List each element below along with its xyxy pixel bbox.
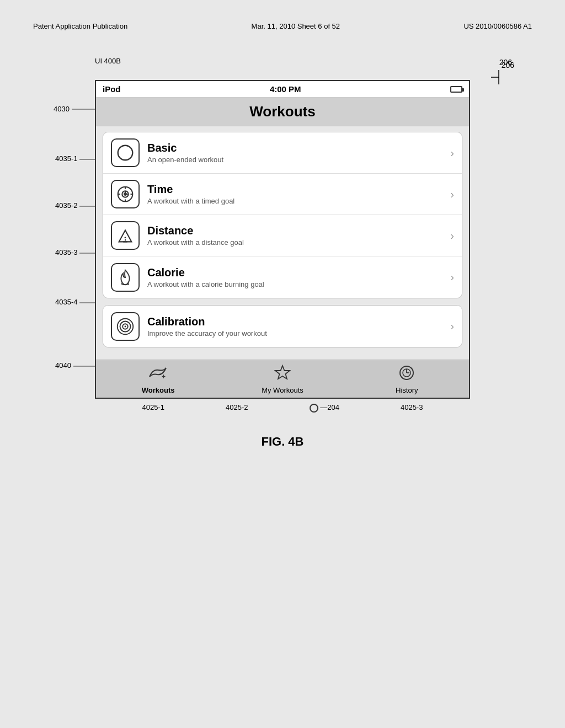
circle-204 [310,404,318,413]
patent-right: US 2010/0060586 A1 [463,22,532,30]
basic-chevron: › [450,147,454,159]
svg-text:+: + [162,373,166,381]
tab-bar: + Workouts My Workouts [96,360,469,398]
calorie-icon [111,263,140,292]
time-subtitle: A workout with a timed goal [147,197,446,205]
device-wrapper: 206 206 4030 4035-1 4035-2 [95,69,470,413]
calibration-icon [111,312,140,341]
calorie-item[interactable]: Calorie A workout with a calorie burning… [103,256,462,298]
calibration-list-group: Calibration Improve the accuracy of your… [103,305,462,347]
tab-workouts-label: Workouts [142,386,175,394]
calibration-text: Calibration Improve the accuracy of your… [147,315,446,338]
distance-chevron: › [450,229,454,242]
svg-point-26 [125,325,126,327]
tab-my-workouts-label: My Workouts [262,386,303,394]
ref-204-area: —204 [310,403,339,413]
star-icon [274,365,291,385]
calorie-subtitle: A workout with a calorie burning goal [147,280,446,288]
device-frame: iPod 4:00 PM Workouts [95,80,470,399]
calorie-title: Calorie [147,266,446,279]
content-area: Basic An open-ended workout › [96,126,469,360]
time-text: Time A workout with a timed goal [147,183,446,205]
basic-text: Basic An open-ended workout [147,142,446,164]
page-title: Workouts [102,103,463,120]
calibration-subtitle: Improve the accuracy of your workout [147,329,446,338]
ui-label: UI 400B [95,57,121,65]
tab-workouts[interactable]: + Workouts [136,365,180,394]
ref-4025-1: 4025-1 [142,403,164,413]
time-title: Time [147,183,446,196]
svg-marker-28 [275,366,290,379]
nike-icon: + [148,365,168,385]
patent-left: Patent Application Publication [33,22,127,30]
calibration-item[interactable]: Calibration Improve the accuracy of your… [103,306,462,347]
ref-4025-3: 4025-3 [401,403,423,413]
distance-title: Distance [147,224,446,237]
tab-history-label: History [396,386,418,394]
battery-icon [450,86,462,93]
patent-center: Mar. 11, 2010 Sheet 6 of 52 [252,22,340,30]
patent-header: Patent Application Publication Mar. 11, … [22,22,543,30]
calibration-chevron: › [450,320,454,333]
calorie-text: Calorie A workout with a calorie burning… [147,266,446,288]
basic-icon [111,138,140,167]
calibration-title: Calibration [147,315,446,328]
distance-text: Distance A workout with a distance goal [147,224,446,247]
basic-item[interactable]: Basic An open-ended workout › [103,132,462,174]
ref-206-bracket [491,69,502,88]
svg-point-18 [124,193,126,195]
time-chevron: › [450,188,454,201]
ref-4025-2: 4025-2 [226,403,248,413]
time-icon [111,180,140,208]
ref-206-text: 206 [499,58,512,67]
status-bar: iPod 4:00 PM [96,81,469,98]
distance-icon [111,221,140,250]
tab-my-workouts[interactable]: My Workouts [260,365,305,394]
history-icon [398,365,415,385]
workout-list-group: Basic An open-ended workout › [103,132,462,298]
calorie-chevron: › [450,271,454,283]
distance-subtitle: A workout with a distance goal [147,238,446,247]
tab-history[interactable]: History [385,365,429,394]
basic-subtitle: An open-ended workout [147,156,446,164]
svg-point-21 [125,237,126,238]
distance-item[interactable]: Distance A workout with a distance goal … [103,215,462,256]
status-time: 4:00 PM [270,84,301,94]
status-brand: iPod [103,84,121,94]
basic-title: Basic [147,142,446,154]
bottom-refs: 4025-1 4025-2 —204 4025-3 [95,403,470,413]
svg-point-9 [118,146,133,160]
page-title-bar: Workouts [96,98,469,126]
figure-label: FIG. 4B [261,435,303,449]
time-item[interactable]: Time A workout with a timed goal › [103,174,462,215]
